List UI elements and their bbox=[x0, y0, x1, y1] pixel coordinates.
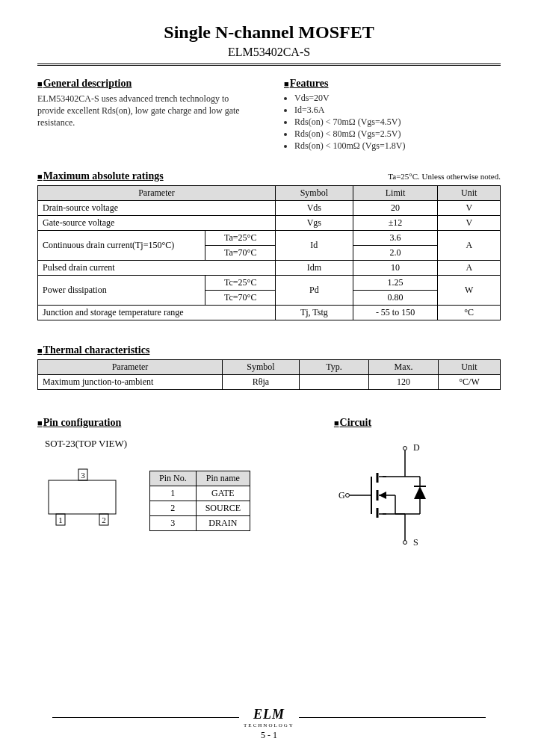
col-max: Max. bbox=[369, 360, 439, 375]
cell-sym: Id bbox=[276, 231, 353, 261]
thermal-table: Parameter Symbol Typ. Max. Unit Maximum … bbox=[37, 359, 501, 390]
table-row: Junction and storage temperature range T… bbox=[38, 306, 501, 320]
svg-rect-0 bbox=[49, 480, 116, 514]
cell-sym: Tj, Tstg bbox=[276, 306, 353, 320]
col-parameter: Parameter bbox=[38, 186, 276, 201]
cell-sym: Idm bbox=[276, 261, 353, 276]
circuit-diagram: D S G bbox=[334, 439, 439, 551]
circuit-label-s: S bbox=[413, 537, 418, 548]
table-row: 3DRAIN bbox=[150, 516, 250, 531]
table-row: Pulsed drain current Idm 10 A bbox=[38, 261, 501, 276]
cell-sym: Vds bbox=[276, 201, 353, 216]
logo-text: ELM bbox=[244, 707, 294, 722]
max-ratings-table: Parameter Symbol Limit Unit Drain-source… bbox=[37, 185, 501, 320]
col-typ: Typ. bbox=[300, 360, 369, 375]
pin-config-row: 3 1 2 Pin No. Pin name 1GATE 2SOURCE 3DR… bbox=[37, 456, 304, 536]
pin-config-block: Pin configuration SOT-23(TOP VIEW) 3 1 2… bbox=[37, 412, 304, 554]
cell-limit: - 55 to 150 bbox=[353, 306, 438, 320]
pkg-pin1: 1 bbox=[58, 515, 63, 524]
pin-table: Pin No. Pin name 1GATE 2SOURCE 3DRAIN bbox=[149, 471, 250, 531]
cell-cond: Ta=25°C bbox=[205, 231, 276, 246]
page-number: 5 - 1 bbox=[0, 730, 538, 741]
cell-param: Continuous drain current(Tj=150°C) bbox=[38, 231, 205, 261]
table-row: Power dissipation Tc=25°C Pd 1.25 W bbox=[38, 276, 501, 291]
page-footer: ELM TECHNOLOGY 5 - 1 bbox=[0, 707, 538, 741]
footer-divider-right bbox=[299, 717, 486, 718]
circuit-label-d: D bbox=[413, 442, 420, 453]
svg-point-4 bbox=[403, 447, 406, 450]
package-diagram: 3 1 2 bbox=[37, 462, 127, 536]
cell-param: Maximum junction-to-ambient bbox=[38, 375, 223, 390]
cell-unit: °C bbox=[438, 306, 501, 320]
cell-param: Pulsed drain current bbox=[38, 261, 276, 276]
cell-unit: A bbox=[438, 231, 501, 261]
cell-unit: V bbox=[438, 201, 501, 216]
pkg-pin2: 2 bbox=[102, 515, 106, 524]
section-heading-features: Features bbox=[284, 78, 501, 90]
table-header-row: Pin No. Pin name bbox=[150, 471, 250, 486]
section-heading-general: General description bbox=[37, 78, 254, 90]
cell-pin-name: SOURCE bbox=[196, 501, 250, 516]
datasheet-page: Single N-channel MOSFET ELM53402CA-S Gen… bbox=[0, 0, 538, 756]
cell-typ bbox=[300, 375, 369, 390]
cell-param: Gate-source voltage bbox=[38, 216, 276, 231]
col-parameter: Parameter bbox=[38, 360, 223, 375]
cell-param: Drain-source voltage bbox=[38, 201, 276, 216]
cell-limit: 20 bbox=[353, 201, 438, 216]
col-unit: Unit bbox=[439, 360, 501, 375]
col-pin-name: Pin name bbox=[196, 471, 250, 486]
cell-unit: A bbox=[438, 261, 501, 276]
svg-point-7 bbox=[403, 541, 406, 545]
table-row: 2SOURCE bbox=[150, 501, 250, 516]
intro-columns: General description ELM53402CA-S uses ad… bbox=[37, 73, 501, 152]
cell-pin-no: 2 bbox=[150, 501, 197, 516]
table-header-row: Parameter Symbol Typ. Max. Unit bbox=[38, 360, 501, 375]
circuit-label-g: G bbox=[338, 490, 345, 501]
cell-unit: W bbox=[438, 276, 501, 306]
page-title: Single N-channel MOSFET bbox=[37, 22, 501, 43]
table-row: Drain-source voltage Vds 20 V bbox=[38, 201, 501, 216]
svg-marker-19 bbox=[379, 492, 386, 499]
footer-divider-left bbox=[52, 717, 239, 718]
section-heading-pinconf: Pin configuration bbox=[37, 417, 304, 429]
cell-limit: 2.0 bbox=[353, 246, 438, 261]
cell-limit: 0.80 bbox=[353, 291, 438, 306]
bottom-columns: Pin configuration SOT-23(TOP VIEW) 3 1 2… bbox=[37, 412, 501, 554]
section-heading-circuit: Circuit bbox=[334, 417, 501, 429]
cell-limit: 1.25 bbox=[353, 276, 438, 291]
cell-sym: Vgs bbox=[276, 216, 353, 231]
feature-item: Rds(on) < 80mΩ (Vgs=2.5V) bbox=[294, 128, 501, 140]
table-row: 1GATE bbox=[150, 486, 250, 501]
table-header-row: Parameter Symbol Limit Unit bbox=[38, 186, 501, 201]
cell-limit: 3.6 bbox=[353, 231, 438, 246]
footer-logo-line: ELM TECHNOLOGY bbox=[0, 707, 538, 728]
feature-item: Vds=20V bbox=[294, 93, 501, 104]
svg-marker-26 bbox=[414, 486, 426, 499]
title-divider bbox=[37, 63, 501, 66]
features-list: Vds=20V Id=3.6A Rds(on) < 70mΩ (Vgs=4.5V… bbox=[284, 93, 501, 152]
cell-sym: Rθja bbox=[223, 375, 300, 390]
table-row: Gate-source voltage Vgs ±12 V bbox=[38, 216, 501, 231]
table-row: Maximum junction-to-ambient Rθja 120 °C/… bbox=[38, 375, 501, 390]
general-description-block: General description ELM53402CA-S uses ad… bbox=[37, 73, 254, 152]
cell-unit: V bbox=[438, 216, 501, 231]
cell-limit: ±12 bbox=[353, 216, 438, 231]
feature-item: Id=3.6A bbox=[294, 105, 501, 116]
pkg-pin3: 3 bbox=[81, 471, 85, 480]
section-heading-thermal: Thermal characteristics bbox=[37, 344, 501, 356]
feature-item: Rds(on) < 70mΩ (Vgs=4.5V) bbox=[294, 117, 501, 128]
page-subtitle: ELM53402CA-S bbox=[37, 46, 501, 59]
general-description-text: ELM53402CA-S uses advanced trench techno… bbox=[37, 93, 254, 129]
col-pin-no: Pin No. bbox=[150, 471, 197, 486]
col-symbol: Symbol bbox=[223, 360, 300, 375]
cell-pin-no: 3 bbox=[150, 516, 197, 531]
logo-sub: TECHNOLOGY bbox=[244, 722, 294, 728]
cell-cond: Tc=25°C bbox=[205, 276, 276, 291]
circuit-block: Circuit D S G bbox=[334, 412, 501, 554]
table-row: Continuous drain current(Tj=150°C) Ta=25… bbox=[38, 231, 501, 246]
cell-pin-name: DRAIN bbox=[196, 516, 250, 531]
cell-cond: Tc=70°C bbox=[205, 291, 276, 306]
cell-cond: Ta=70°C bbox=[205, 246, 276, 261]
cell-max: 120 bbox=[369, 375, 439, 390]
cell-limit: 10 bbox=[353, 261, 438, 276]
